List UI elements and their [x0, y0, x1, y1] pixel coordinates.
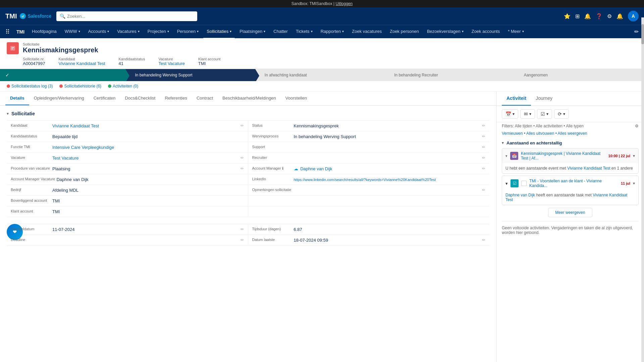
task-checkbox[interactable]	[521, 181, 527, 186]
setup-icon[interactable]: ⚙	[607, 13, 612, 19]
nav-item-vacatures[interactable]: Vacatures ▾	[114, 25, 143, 39]
action-btn-more[interactable]: ⟳ ▾	[554, 109, 569, 119]
alles-weergeven-link[interactable]: Alles weergeven	[558, 131, 587, 136]
kandidaat-link[interactable]: Vivianne Kandidaat Test	[52, 123, 99, 128]
chevron-down-icon: ▾	[230, 29, 231, 33]
edit-icon[interactable]: ✏	[482, 123, 485, 128]
filter-gear-icon[interactable]: ⚙	[635, 124, 639, 128]
pipeline-step-1[interactable]: In behandeling Werving Support	[125, 69, 255, 81]
field-row-deadline: Deadline ✏ Datum laatste 18-07-2024 09:5…	[7, 235, 489, 246]
app-launcher-icon[interactable]: ⠿	[3, 28, 12, 36]
nav-item-bezoekverslagen[interactable]: Bezoekverslagen ▾	[424, 25, 467, 39]
action-btn-task[interactable]: ☑ ▾	[537, 109, 552, 119]
nav-home[interactable]: TMI	[14, 29, 27, 35]
pipeline-step-4[interactable]: Aangenomen	[515, 69, 644, 81]
nav-item-zoek-vacatures[interactable]: Zoek vacatures	[348, 25, 385, 39]
notification-icon[interactable]: 🔔	[616, 13, 623, 19]
edit-icon[interactable]: ✏	[240, 238, 244, 242]
nav-item-zoek-accounts[interactable]: Zoek accounts	[468, 25, 503, 39]
activity-group-header[interactable]: ▾ Aanstaand en achterstallig	[502, 138, 639, 148]
nav-item-zoek-personen[interactable]: Zoek personen	[386, 25, 422, 39]
task-item-header[interactable]: ▾ ☑ TMI - Voorstellen aan de klant - Viv…	[502, 176, 638, 191]
activity-item-header[interactable]: ▾ 📅 Kennismakingsgesprek | Vivianne Kand…	[502, 148, 638, 163]
field-value: Intensive Care Verpleegkundige	[52, 145, 244, 150]
grid-icon[interactable]: ⊞	[575, 13, 580, 19]
field-value: TMI	[52, 198, 244, 203]
favorites-icon[interactable]: ⭐	[564, 13, 571, 19]
action-btn-calendar[interactable]: 📅 ▾	[502, 109, 518, 119]
action-btn-email[interactable]: ✉ ▾	[520, 109, 535, 119]
nav-item-accounts[interactable]: Accounts ▾	[85, 25, 112, 39]
vacature-link[interactable]: Test Vacature	[158, 61, 185, 66]
pipeline-step-3[interactable]: In behandeling Recruiter	[385, 69, 514, 81]
nav-item-sollicitaties[interactable]: Sollicitaties ▾	[203, 25, 235, 39]
app-logo[interactable]: TMI sf Salesforce	[5, 12, 52, 20]
edit-icon[interactable]: ✏	[482, 156, 485, 160]
field-col-left: Account Manager Vacature Daphne van Dijk	[7, 174, 248, 185]
alles-uitvouwen-link[interactable]: Alles uitvouwen	[526, 131, 554, 136]
field-label: Datum laatste	[252, 238, 292, 242]
nav-item-meer[interactable]: * Meer ▾	[504, 25, 527, 39]
tab-beschikbaarheid[interactable]: Beschikbaarheid/Meldingen	[218, 92, 281, 105]
pipeline-step-2[interactable]: In afwachting kandidaat	[255, 69, 385, 81]
search-input[interactable]	[56, 11, 197, 21]
log-link-historie[interactable]: Sollicitatiehistorie (6)	[59, 84, 101, 88]
logout-link[interactable]: Uitloggen	[335, 1, 353, 6]
tab-opleidingen[interactable]: Opleidingen/Werkervaring	[29, 92, 89, 105]
tab-docs[interactable]: Docs&Checklist	[120, 92, 160, 105]
nav-item-tickets[interactable]: Tickets ▾	[292, 25, 316, 39]
edit-icon[interactable]: ✏	[482, 166, 485, 171]
nav-item-hoofdpagina[interactable]: Hoofdpagina	[29, 25, 60, 39]
vacature-link[interactable]: Test Vacature	[52, 156, 79, 161]
calendar-icon: 📅	[505, 111, 511, 117]
section-header-sollicitatie[interactable]: ▾ Sollicitatie	[7, 111, 489, 116]
tab-activiteit[interactable]: Activiteit	[502, 92, 531, 106]
scrollbar[interactable]	[641, 17, 644, 362]
user-avatar[interactable]: A	[628, 11, 639, 21]
account-manager-link[interactable]: Daphne van Dijk	[300, 166, 332, 171]
help-icon[interactable]: ❓	[596, 13, 602, 19]
tab-details[interactable]: Details	[5, 92, 29, 105]
nav-edit-icon[interactable]: ✏	[632, 28, 641, 35]
field-col-left: Vacature Test Vacature ✏	[7, 153, 248, 163]
tab-contract[interactable]: Contract	[192, 92, 218, 105]
edit-icon[interactable]: ✏	[482, 134, 485, 139]
edit-icon[interactable]: ✏	[482, 188, 485, 192]
log-link-status[interactable]: Sollicitatiestatus log (3)	[7, 84, 53, 88]
edit-icon[interactable]: ✏	[240, 166, 244, 171]
scrollbar-thumb[interactable]	[641, 24, 644, 44]
edit-icon[interactable]: ✏	[482, 145, 485, 149]
edit-icon[interactable]: ✏	[240, 227, 244, 232]
vernieuwen-link[interactable]: Vernieuwen	[502, 131, 523, 136]
tab-referenties[interactable]: Referenties	[160, 92, 192, 105]
meer-weergeven-button[interactable]: Meer weergeven	[548, 208, 592, 217]
nav-item-plaatsingen[interactable]: Plaatsingen ▾	[236, 25, 269, 39]
meta-value: Vivianne Kandidaat Test	[59, 61, 105, 66]
tab-journey[interactable]: Journey	[531, 92, 557, 106]
pipeline-step-0[interactable]: ✓	[0, 69, 125, 81]
dropdown-icon[interactable]: ▾	[633, 181, 635, 186]
log-link-activiteiten[interactable]: Activiteiten (0)	[108, 84, 138, 88]
tab-voorstellen[interactable]: Voorstellen	[281, 92, 312, 105]
bell-icon[interactable]: 🔔	[584, 13, 591, 19]
sandbox-bar: Sandbox: TMISandbox | Uitloggen	[0, 0, 644, 7]
nav-item-personen[interactable]: Personen ▾	[174, 25, 202, 39]
nav-item-www[interactable]: WWW ▾	[61, 25, 84, 39]
kandidaat-link[interactable]: Vivianne Kandidaat Test	[59, 61, 105, 66]
nav-item-projecten[interactable]: Projecten ▾	[144, 25, 172, 39]
functie-link[interactable]: Intensive Care Verpleegkundige	[52, 145, 114, 150]
detail-section: ▾ Sollicitatie Kandidaat Vivianne Kandid…	[0, 106, 496, 251]
search-bar[interactable]: 🔍	[56, 11, 197, 21]
kandidaat-link[interactable]: Vivianne Kandidaat Test	[567, 166, 610, 171]
edit-icon[interactable]: ✏	[240, 156, 244, 160]
section-title: Sollicitatie	[11, 111, 35, 116]
dropdown-icon[interactable]: ▾	[633, 154, 635, 158]
edit-icon[interactable]: ✏	[482, 238, 485, 242]
edit-icon[interactable]: ✏	[240, 123, 244, 128]
nav-item-chatter[interactable]: Chatter	[270, 25, 291, 39]
tab-certificaten[interactable]: Certificaten	[89, 92, 120, 105]
meta-label: Klant account	[198, 57, 221, 61]
nav-item-rapporten[interactable]: Rapporten ▾	[317, 25, 347, 39]
linkedin-link[interactable]: https://www.linkedin.com/search/results/…	[294, 178, 436, 182]
author-link[interactable]: Daphne van Dijk	[505, 193, 535, 197]
